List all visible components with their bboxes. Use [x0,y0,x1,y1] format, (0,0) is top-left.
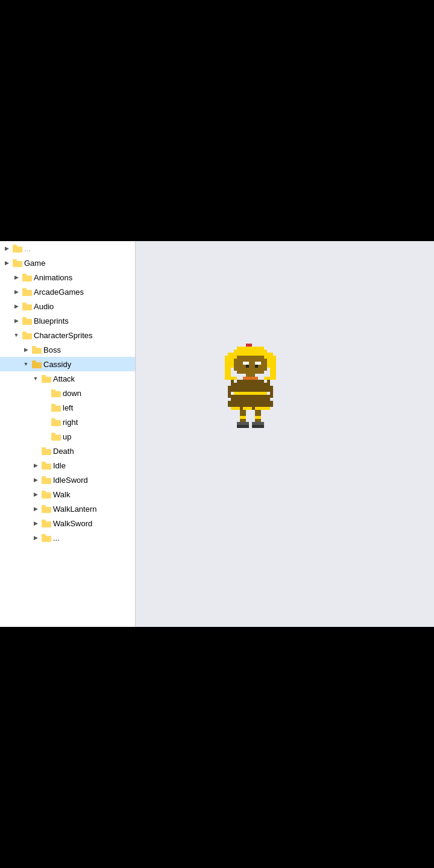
tree-label-partial: ... [53,534,60,542]
expand-arrow-cassidy: ▼ [22,360,30,368]
tree-label-attack: Attack [53,375,75,383]
tree-item-walk[interactable]: ▶ Walk [0,487,135,502]
tree-label-down: down [63,389,81,397]
expand-arrow-walklantern: ▶ [31,505,40,513]
folder-icon-right [51,418,61,426]
tree-item-label: ... [24,245,31,253]
folder-icon-charactersprites [22,332,32,339]
folder-icon-walklantern [42,505,51,513]
expand-arrow-idle: ▶ [31,461,40,470]
middle-section: ▶ ... ▶ Game ▶ Animations ▶ ArcadeGames … [0,241,434,627]
tree-label-idlesword: IdleSword [53,476,88,484]
folder-icon-walksword [42,520,51,527]
tree-item-partial[interactable]: ▶ ... [0,530,135,545]
tree-item-idlesword[interactable]: ▶ IdleSword [0,473,135,487]
expand-arrow-arcadegames: ▶ [12,288,20,296]
top-black-area [0,0,434,241]
expand-arrow-animations: ▶ [12,273,20,281]
tree-item-audio[interactable]: ▶ Audio [0,299,135,313]
expand-arrow-walksword: ▶ [31,519,40,527]
tree-item-boss[interactable]: ▶ Boss [0,342,135,357]
tree-item-parent[interactable]: ▶ ... [0,241,135,256]
tree-item-cassidy[interactable]: ▼ Cassidy [0,357,135,371]
tree-label-arcadegames: ArcadeGames [34,288,84,296]
folder-icon-down [51,389,61,397]
tree-label-walk: Walk [53,491,70,498]
folder-icon-boss [32,346,42,354]
tree-label-death: Death [53,447,74,455]
folder-icon-attack [42,375,51,383]
expand-arrow-charactersprites: ▼ [12,331,20,339]
sprite-canvas [225,344,345,524]
tree-item-game[interactable]: ▶ Game [0,256,135,270]
tree-item-death[interactable]: Death [0,444,135,458]
tree-label-up: up [63,433,71,441]
tree-label-boss: Boss [43,346,61,354]
folder-icon-audio [22,303,32,310]
tree-item-down[interactable]: down [0,386,135,400]
expand-arrow-walk: ▶ [31,490,40,498]
folder-icon-animations [22,274,32,281]
tree-item-right[interactable]: right [0,415,135,429]
folder-icon-death [42,447,51,455]
folder-icon-idle [42,462,51,470]
folder-icon-idlesword [42,476,51,484]
tree-label-audio: Audio [34,303,54,310]
tree-item-blueprints[interactable]: ▶ Blueprints [0,313,135,328]
expand-arrow-audio: ▶ [12,302,20,310]
tree-item-attack[interactable]: ▼ Attack [0,371,135,386]
tree-label-animations: Animations [34,274,72,281]
expand-arrow-game: ▶ [2,259,11,267]
tree-item-arcadegames[interactable]: ▶ ArcadeGames [0,285,135,299]
expand-arrow: ▶ [2,244,11,253]
folder-icon-walk [42,491,51,498]
folder-icon-game [13,259,22,267]
tree-label-charactersprites: CharacterSprites [34,332,93,339]
tree-item-idle[interactable]: ▶ Idle [0,458,135,473]
tree-label-idle: Idle [53,462,66,470]
tree-item-walksword[interactable]: ▶ WalkSword [0,516,135,530]
sprite-preview-area [136,241,434,627]
tree-item-left[interactable]: left [0,400,135,415]
expand-arrow-blueprints: ▶ [12,316,20,325]
folder-icon-partial [42,534,51,542]
tree-label-cassidy: Cassidy [43,360,71,368]
folder-icon-arcadegames [22,288,32,296]
folder-icon [13,245,22,253]
tree-item-charactersprites[interactable]: ▼ CharacterSprites [0,328,135,342]
tree-item-up[interactable]: up [0,429,135,444]
tree-label-blueprints: Blueprints [34,317,69,325]
expand-arrow-idlesword: ▶ [31,476,40,484]
file-tree-sidebar: ▶ ... ▶ Game ▶ Animations ▶ ArcadeGames … [0,241,136,627]
bottom-black-area [0,627,434,868]
tree-item-animations[interactable]: ▶ Animations [0,270,135,285]
tree-label-walksword: WalkSword [53,520,92,527]
tree-label-left: left [63,404,73,412]
expand-arrow-partial: ▶ [31,533,40,542]
folder-icon-up [51,433,61,441]
folder-icon-left [51,404,61,412]
tree-label-game: Game [24,259,45,267]
tree-label-walklantern: WalkLantern [53,505,97,513]
tree-label-right: right [63,418,78,426]
folder-icon-blueprints [22,317,32,325]
expand-arrow-attack: ▼ [31,374,40,383]
tree-item-walklantern[interactable]: ▶ WalkLantern [0,502,135,516]
expand-arrow-boss: ▶ [22,345,30,354]
folder-icon-cassidy [32,360,42,368]
